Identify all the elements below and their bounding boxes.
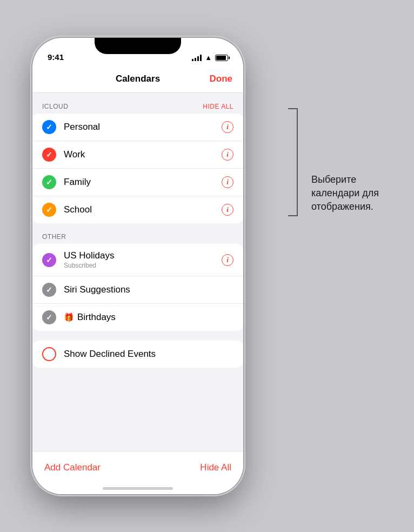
personal-label: Personal xyxy=(64,122,100,132)
wifi-icon: ▲ xyxy=(205,54,212,62)
list-item[interactable]: ✓ Family i xyxy=(32,169,243,196)
info-i: i xyxy=(226,150,229,159)
checkmark-icon: ✓ xyxy=(46,313,52,322)
gift-icon: 🎁 xyxy=(64,312,74,322)
siri-text: Siri Suggestions xyxy=(64,284,233,295)
usholidays-info-icon[interactable]: i xyxy=(222,254,233,266)
list-item[interactable]: ✓ School i xyxy=(32,196,243,223)
scene: 9:41 ▲ Calendars Done xyxy=(0,0,414,532)
icloud-section-header: ICLOUD HIDE ALL xyxy=(32,103,243,114)
battery-fill xyxy=(216,56,226,60)
home-indicator xyxy=(103,487,173,490)
info-i: i xyxy=(226,205,229,214)
checkmark-icon: ✓ xyxy=(46,123,52,131)
bar1 xyxy=(192,59,193,61)
navigation-bar: Calendars Done xyxy=(32,65,243,93)
other-section-label: OTHER xyxy=(42,233,66,241)
list-item[interactable]: Show Declined Events xyxy=(32,341,243,368)
other-section-header: OTHER xyxy=(32,233,243,244)
battery-icon xyxy=(215,55,228,61)
school-info-icon[interactable]: i xyxy=(222,204,233,216)
declined-empty-circle xyxy=(42,347,56,361)
info-i: i xyxy=(226,123,229,131)
declined-label: Show Declined Events xyxy=(64,349,156,359)
notch xyxy=(95,38,181,54)
declined-section: Show Declined Events xyxy=(32,341,243,368)
personal-info-icon[interactable]: i xyxy=(222,121,233,133)
icloud-list: ✓ Personal i ✓ xyxy=(32,114,243,223)
checkmark-icon: ✓ xyxy=(46,256,52,264)
usholidays-check: ✓ xyxy=(42,253,56,267)
declined-text: Show Declined Events xyxy=(64,349,233,360)
usholidays-label: US Holidays xyxy=(64,250,115,261)
family-text: Family xyxy=(64,177,216,188)
icloud-section-label: ICLOUD xyxy=(42,103,68,110)
other-list: ✓ US Holidays Subscribed i ✓ xyxy=(32,244,243,331)
checkmark-icon: ✓ xyxy=(46,178,52,187)
birthdays-label: Birthdays xyxy=(77,312,116,322)
bar3 xyxy=(197,56,199,61)
signal-bars-icon xyxy=(192,55,202,61)
declined-list: Show Declined Events xyxy=(32,341,243,368)
siri-check: ✓ xyxy=(42,283,56,297)
done-button[interactable]: Done xyxy=(210,74,233,84)
list-item[interactable]: ✓ Work i xyxy=(32,141,243,169)
checkmark-icon: ✓ xyxy=(46,285,52,294)
list-item[interactable]: ✓ 🎁Birthdays xyxy=(32,304,243,331)
usholidays-text: US Holidays Subscribed xyxy=(64,250,216,269)
other-section: OTHER ✓ US Holidays Subscribed i xyxy=(32,233,243,331)
hide-all-button[interactable]: Hide All xyxy=(200,462,231,473)
icloud-section: ICLOUD HIDE ALL ✓ Personal i xyxy=(32,103,243,223)
info-i: i xyxy=(226,256,229,264)
checkmark-icon: ✓ xyxy=(46,150,52,159)
family-info-icon[interactable]: i xyxy=(222,176,233,188)
siri-label: Siri Suggestions xyxy=(64,284,130,295)
school-check: ✓ xyxy=(42,203,56,217)
personal-text: Personal xyxy=(64,122,216,132)
list-item[interactable]: ✓ US Holidays Subscribed i xyxy=(32,244,243,276)
annotation-text: Выберите календари для отображения. xyxy=(311,173,398,214)
list-item[interactable]: ✓ Siri Suggestions xyxy=(32,276,243,304)
icloud-hide-all-button[interactable]: HIDE ALL xyxy=(203,103,233,110)
checkmark-icon: ✓ xyxy=(46,205,52,214)
add-calendar-button[interactable]: Add Calendar xyxy=(44,462,101,473)
work-label: Work xyxy=(64,149,85,159)
work-info-icon[interactable]: i xyxy=(222,149,233,161)
nav-title: Calendars xyxy=(116,74,160,84)
work-check: ✓ xyxy=(42,148,56,162)
content-area: Calendars Done ICLOUD HIDE ALL ✓ xyxy=(32,65,243,494)
school-label: School xyxy=(64,204,92,215)
info-i: i xyxy=(226,178,229,187)
iphone-frame: 9:41 ▲ Calendars Done xyxy=(32,38,243,494)
birthdays-text: 🎁Birthdays xyxy=(64,312,233,323)
list-item[interactable]: ✓ Personal i xyxy=(32,114,243,141)
status-icons: ▲ xyxy=(192,54,228,62)
bar2 xyxy=(195,58,196,61)
bar4 xyxy=(200,55,202,61)
usholidays-sublabel: Subscribed xyxy=(64,262,216,269)
birthdays-check: ✓ xyxy=(42,310,56,324)
family-label: Family xyxy=(64,177,91,187)
status-time: 9:41 xyxy=(48,52,64,62)
work-text: Work xyxy=(64,149,216,160)
family-check: ✓ xyxy=(42,175,56,189)
annotation-bracket xyxy=(288,108,298,216)
personal-check: ✓ xyxy=(42,120,56,134)
school-text: School xyxy=(64,204,216,215)
